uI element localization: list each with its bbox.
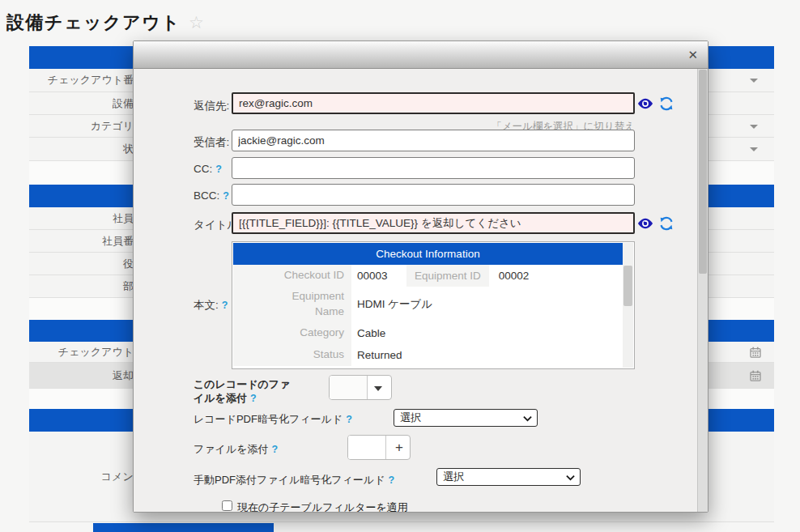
help-icon[interactable]: ? — [250, 393, 257, 404]
manual-pdf-encrypt-select[interactable]: 選択 — [436, 468, 581, 486]
dialog-body: 返信先: 「メール欄を選択」に切り替え 受信者:? CC:? BCC:? タイト… — [134, 69, 708, 512]
refresh-icon[interactable] — [658, 215, 674, 232]
bg-row-label: 社員名 — [29, 207, 144, 229]
dropdown-arrow-icon[interactable] — [374, 386, 382, 391]
preview-cell-value: Returned — [351, 344, 402, 366]
preview-row: Status Returned — [233, 344, 623, 366]
preview-table-header: Checkout Information — [233, 243, 623, 265]
bg-row-label: 役職 — [29, 253, 144, 275]
preview-cell-value: HDMI ケーブル — [351, 287, 432, 322]
attach-file-label-text: ファイルを添付 — [194, 443, 269, 455]
subject-input[interactable] — [232, 212, 635, 234]
attach-file-widget[interactable]: + — [347, 435, 411, 460]
help-icon[interactable]: ? — [346, 414, 352, 425]
page-title: 設備チェックアウト — [6, 11, 181, 35]
chevron-down-icon — [523, 415, 532, 422]
preview-cell-label: Equipment ID — [406, 265, 489, 287]
help-icon[interactable]: ? — [272, 444, 279, 455]
dialog-titlebar[interactable]: ✕ — [134, 41, 708, 69]
manual-pdf-encrypt-label: 手動PDF添付ファイル暗号化フィールド? — [194, 473, 394, 487]
select-value: 選択 — [400, 411, 421, 425]
bg-row-label: 設備ID — [29, 92, 144, 114]
record-pdf-encrypt-label: レコードPDF暗号化フィールド? — [194, 412, 352, 427]
help-icon[interactable]: ? — [222, 300, 228, 311]
bg-row-label: カテゴリー — [29, 115, 144, 137]
bcc-input[interactable] — [232, 184, 635, 206]
dialog-scrollbar[interactable] — [697, 69, 708, 512]
preview-cell-value: Cable — [351, 322, 385, 344]
cc-label-text: CC: — [194, 163, 212, 175]
preview-cell-label: Checkout ID — [233, 265, 351, 287]
attach-record-files-dropdown[interactable] — [329, 375, 392, 400]
body-label: 本文:? — [194, 298, 228, 313]
bg-row-label: コメント — [29, 432, 144, 521]
record-pdf-encrypt-label-text: レコードPDF暗号化フィールド — [194, 413, 343, 425]
reply-to-label: 返信先: — [194, 99, 229, 113]
cc-label: CC:? — [194, 163, 222, 175]
select-value: 選択 — [443, 470, 464, 484]
refresh-icon[interactable] — [658, 96, 674, 112]
email-dialog: ✕ 返信先: 「メール欄を選択」に切り替え 受信者:? CC:? BCC:? タ… — [133, 40, 709, 513]
preview-eye-icon[interactable] — [637, 215, 653, 232]
chevron-down-icon[interactable] — [750, 125, 758, 129]
bg-row-label: 社員番号 — [29, 230, 144, 252]
chevron-down-icon[interactable] — [750, 147, 758, 151]
help-icon[interactable]: ? — [223, 190, 229, 202]
bcc-label-text: BCC: — [194, 189, 219, 202]
attach-record-files-label-text: このレコードのファイルを添付 — [194, 378, 290, 404]
email-body-preview: Checkout Information Checkout ID 00003 E… — [232, 241, 635, 369]
chevron-down-icon — [566, 475, 575, 481]
recipient-label-text: 受信者: — [194, 136, 229, 148]
help-icon[interactable]: ? — [215, 164, 222, 175]
subtable-filter-label: 現在の子テーブルフィルターを適用 — [237, 500, 408, 512]
calendar-icon[interactable] — [750, 370, 761, 381]
attach-record-files-label: このレコードのファイルを添付? — [194, 377, 296, 406]
page: 設備チェックアウト ☆ チェックアウト番号 設備ID カテゴリー 状態 社員名 … — [0, 0, 800, 532]
manual-pdf-encrypt-label-text: 手動PDF添付ファイル暗号化フィールド — [194, 474, 385, 486]
preview-cell-label: Equipment Name — [233, 287, 351, 322]
favorite-star-icon[interactable]: ☆ — [189, 13, 204, 32]
preview-row: Category Cable — [233, 322, 623, 344]
cc-input[interactable] — [232, 157, 635, 179]
dropdown-value-area[interactable] — [330, 376, 368, 399]
preview-cell-label: Status — [233, 344, 351, 366]
preview-cell-label: Category — [233, 322, 351, 344]
record-pdf-encrypt-select[interactable]: 選択 — [394, 409, 538, 427]
attach-file-label: ファイルを添付? — [194, 442, 278, 457]
section-header-5 — [93, 523, 274, 532]
bg-row-label: 部署 — [29, 275, 144, 297]
preview-cell-value: 00003 — [351, 265, 392, 287]
recipient-input[interactable] — [232, 130, 635, 151]
subtable-filter-checkbox[interactable] — [222, 500, 232, 511]
preview-cell-value: 00002 — [489, 265, 530, 287]
preview-row: Checkout ID 00003 Equipment ID 00002 — [233, 265, 623, 287]
bg-row-label: 状態 — [29, 138, 144, 160]
calendar-icon[interactable] — [750, 347, 761, 358]
reply-to-input[interactable] — [232, 92, 635, 114]
close-icon[interactable]: ✕ — [687, 48, 698, 62]
bcc-label: BCC:? — [194, 189, 229, 202]
body-label-text: 本文: — [194, 299, 219, 311]
bg-row-label: チェックアウト番号 — [29, 69, 144, 92]
help-icon[interactable]: ? — [388, 475, 394, 486]
plus-icon[interactable]: + — [395, 439, 403, 456]
preview-table: Checkout ID 00003 Equipment ID 00002 Equ… — [233, 265, 623, 366]
bg-row-label: チェックアウト日 — [29, 342, 144, 362]
chevron-down-icon[interactable] — [750, 79, 758, 83]
attach-file-value-area[interactable] — [348, 436, 386, 459]
preview-row: Equipment Name HDMI ケーブル — [233, 287, 623, 322]
preview-eye-icon[interactable] — [637, 96, 653, 112]
bg-row-label: 返却日 — [29, 363, 144, 388]
preview-scrollbar[interactable] — [623, 243, 633, 368]
preview-scrollbar-thumb[interactable] — [623, 266, 632, 306]
dialog-scrollbar-thumb[interactable] — [699, 70, 707, 274]
